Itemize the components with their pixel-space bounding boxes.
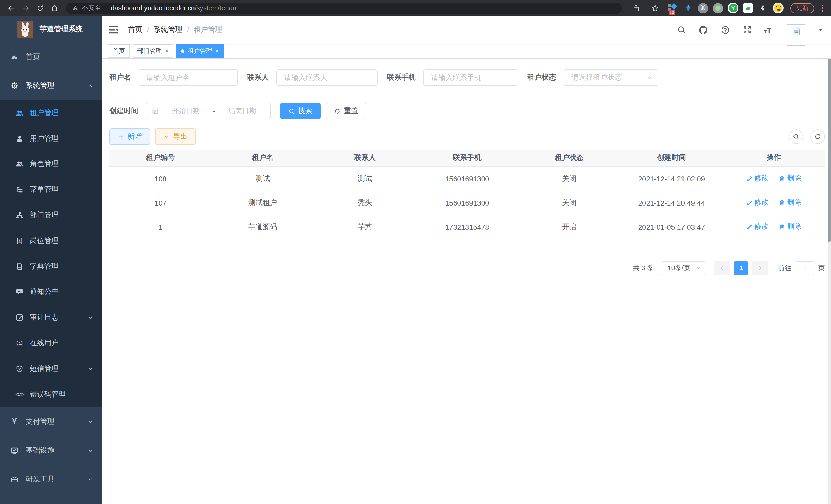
tag-label: 租户管理 [188,47,212,55]
delete-link[interactable]: 删除 [779,198,801,207]
sidebar-item-tenant[interactable]: 租户管理 [0,100,102,126]
breadcrumb-system[interactable]: 系统管理 [154,25,182,34]
page-size-select[interactable]: 10条/页 [662,261,705,275]
export-button[interactable]: 导出 [155,128,196,145]
sidebar-item-label: 审计日志 [30,313,59,322]
fullscreen-icon[interactable] [743,25,752,34]
avatar-caret-down-icon[interactable] [818,27,824,33]
not-secure-warning-icon [72,5,79,11]
sidebar-item-role[interactable]: 角色管理 [0,151,102,177]
breadcrumb-home[interactable]: 首页 [128,25,142,34]
contact-label: 联系人 [247,73,269,82]
tag-dept[interactable]: 部门管理× [133,44,173,58]
font-size-icon[interactable]: тT [764,25,771,34]
sidebar-item-user[interactable]: 用户管理 [0,126,102,152]
browser-forward-button[interactable] [19,2,33,14]
chrome-update-button[interactable]: 更新 [791,3,814,13]
chevron-down-icon [87,476,93,482]
cell-created: 2021-12-14 21:02:09 [620,167,722,190]
browser-home-button[interactable] [47,2,62,14]
show-search-toggle-button[interactable] [789,129,803,144]
chevron-down-icon [87,315,93,321]
cell-contact: 秃头 [314,190,416,215]
extension-icon-green-dot[interactable] [713,3,723,13]
sidebar-logo-row[interactable]: 芋道管理系统 [0,16,102,42]
header-search-icon[interactable] [677,25,686,34]
sidebar-item-sms[interactable]: 短信管理 [0,356,102,382]
delete-link[interactable]: 删除 [779,222,801,232]
cell-status: 开启 [518,215,621,239]
tag-label: 部门管理 [137,47,162,55]
date-range-picker[interactable]: 开始日期 - 结束日期 [146,103,271,119]
sidebar-item-dept[interactable]: 部门管理 [0,202,102,228]
reset-button-label: 重置 [344,106,358,116]
col-mobile: 联系手机 [416,149,518,167]
start-date-placeholder: 开始日期 [163,106,209,116]
sidebar-item-notice[interactable]: 通知公告 [0,279,102,305]
browser-back-button[interactable] [4,2,19,14]
sidebar-collapse-hamburger-icon[interactable] [108,24,119,35]
tag-home[interactable]: 首页 [108,44,130,58]
sidebar-item-dict[interactable]: 字典管理 [0,254,102,279]
help-question-icon[interactable] [720,25,730,35]
chevron-down-icon [696,265,701,271]
sidebar-item-label: 通知公告 [30,288,59,297]
sidebar-item-audit-log[interactable]: 审计日志 [0,305,102,331]
refresh-table-button[interactable] [810,129,825,144]
end-date-placeholder: 结束日期 [220,106,265,116]
sidebar-item-error-code[interactable]: </>错误码管理 [0,382,102,407]
add-button[interactable]: 新增 [110,128,150,145]
bookmark-star-button[interactable] [648,2,662,14]
users-icon [16,109,24,117]
extension-icon-kite[interactable] [683,3,693,13]
sidebar-item-online-user[interactable]: 在线用户 [0,330,102,356]
sidebar-item-post[interactable]: 岗位管理 [0,228,102,254]
sidebar-item-label: 用户管理 [30,134,59,143]
share-button[interactable] [629,2,643,14]
date-separator: - [213,107,215,115]
edit-link[interactable]: 修改 [746,198,769,207]
sidebar-item-dev-tools[interactable]: 研发工具 [0,465,102,494]
sidebar-item-home[interactable]: 首页 [0,42,102,71]
tag-close-icon[interactable]: × [215,47,219,55]
extension-icon-grid[interactable]: 10 [667,3,678,13]
extension-icon-y[interactable]: Y [728,3,739,13]
next-page-button[interactable] [752,261,768,275]
prev-page-button[interactable] [714,261,730,275]
contact-input[interactable] [277,69,378,86]
col-contact: 联系人 [314,149,416,167]
sidebar-item-menu[interactable]: 菜单管理 [0,177,102,203]
mobile-input[interactable] [424,69,518,86]
edit-link[interactable]: 修改 [746,222,769,232]
add-button-label: 新增 [127,132,142,141]
browser-reload-button[interactable] [33,2,47,14]
sidebar-item-system[interactable]: 系统管理 [0,71,102,100]
extension-icon-chat[interactable]: ▰ [743,3,753,13]
status-select[interactable]: 请选择租户状态 [564,69,658,86]
current-page-button[interactable]: 1 [735,261,748,275]
tag-tenant-active[interactable]: 租户管理× [176,44,224,58]
github-icon[interactable] [698,25,708,35]
cell-mobile: 15601691300 [416,167,518,190]
sidebar-item-pay[interactable]: ¥ 支付管理 [0,407,102,436]
page-scrollbar-track[interactable] [828,16,831,504]
total-count: 共 3 条 [633,263,654,272]
search-button[interactable]: 搜索 [280,103,321,119]
edit-label: 修改 [754,222,769,232]
goto-page-input[interactable] [796,261,814,275]
cell-tenant-name: 测试 [212,167,314,190]
extension-icon-command[interactable]: ⌘ [698,3,708,13]
browser-menu-kebab[interactable] [819,4,826,11]
address-bar[interactable]: 不安全 dashboard.yudao.iocoder.cn/system/te… [66,2,622,13]
delete-link[interactable]: 删除 [779,174,801,183]
mobile-label: 联系手机 [387,73,416,82]
sidebar-item-infra[interactable]: 基础设施 [0,436,102,465]
profile-avatar-smiley[interactable] [773,3,784,13]
user-avatar-broken-image[interactable] [787,24,805,46]
reset-button[interactable]: 重置 [326,103,366,119]
tag-close-icon[interactable]: × [165,47,169,55]
sidebar-item-label: 错误码管理 [30,390,66,399]
tenant-name-input[interactable] [139,69,238,86]
edit-link[interactable]: 修改 [746,174,769,183]
extensions-puzzle-icon[interactable] [757,3,768,13]
